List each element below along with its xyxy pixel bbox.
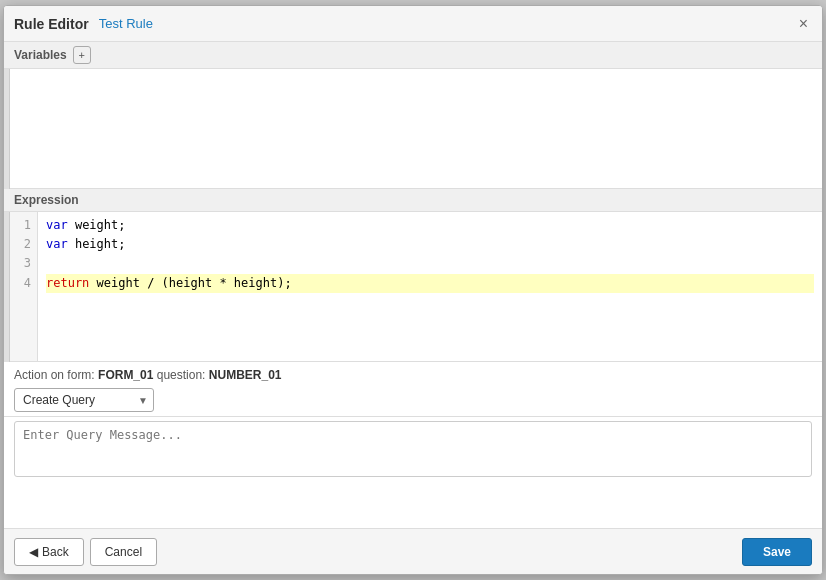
modal-title: Rule Editor [14,16,89,32]
query-message-area [4,417,822,528]
variables-label: Variables [14,48,67,62]
code-editor[interactable]: 1 2 3 4 var weight; var height; return w… [10,212,822,362]
question-text: question: [157,368,209,382]
line-num-2: 2 [16,235,31,254]
kw-return: return [46,276,89,290]
action-label: Action on form: FORM_01 question: NUMBER… [14,368,812,382]
code-line-2: var height; [46,235,814,254]
code-line-3 [46,254,814,273]
modal-header: Rule Editor Test Rule × [4,6,822,42]
close-button[interactable]: × [795,14,812,34]
cancel-button[interactable]: Cancel [90,538,157,566]
header-left: Rule Editor Test Rule [14,16,153,32]
query-message-input[interactable] [14,421,812,477]
line-num-1: 1 [16,216,31,235]
line-numbers: 1 2 3 4 [10,212,38,361]
variables-section-header: Variables + [4,42,822,69]
action-row: Create Query Email Set Value ▼ [14,388,812,412]
back-arrow-icon: ◀ [29,545,38,559]
code-editor-container: 1 2 3 4 var weight; var height; return w… [4,212,822,362]
expression-label: Expression [4,189,822,212]
action-text: Action on form: [14,368,95,382]
variables-area [10,69,822,189]
rule-editor-modal: Rule Editor Test Rule × Variables + Expr… [3,5,823,575]
back-button[interactable]: ◀ Back [14,538,84,566]
footer-left: ◀ Back Cancel [14,538,157,566]
code-line-1: var weight; [46,216,814,235]
question-name: NUMBER_01 [209,368,282,382]
line-num-3: 3 [16,254,31,273]
form-name: FORM_01 [98,368,153,382]
action-section: Action on form: FORM_01 question: NUMBER… [4,362,822,417]
modal-footer: ◀ Back Cancel Save [4,528,822,574]
line-num-4: 4 [16,274,31,293]
kw-var-2: var [46,237,68,251]
code-lines[interactable]: var weight; var height; return weight / … [38,212,822,361]
dropdown-container: Create Query Email Set Value ▼ [14,388,154,412]
back-label: Back [42,545,69,559]
kw-var-1: var [46,218,68,232]
modal-subtitle: Test Rule [99,16,153,31]
action-dropdown[interactable]: Create Query Email Set Value [14,388,154,412]
save-button[interactable]: Save [742,538,812,566]
code-line-4: return weight / (height * height); [46,274,814,293]
add-variable-button[interactable]: + [73,46,91,64]
